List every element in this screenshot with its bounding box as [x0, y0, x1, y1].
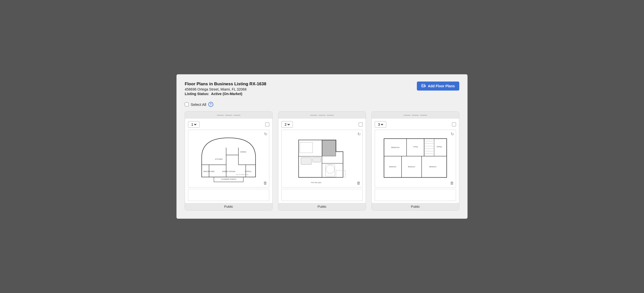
card-footer-label-2: Public [317, 205, 326, 208]
svg-text:DINING: DINING [240, 151, 246, 153]
header-text: Floor Plans in Business Listing RX-1638 … [185, 82, 266, 96]
svg-rect-29 [300, 142, 313, 153]
top-bar-line [327, 115, 334, 116]
order-select-3[interactable]: 12345 [375, 121, 386, 128]
card-footer-label-3: Public [411, 205, 420, 208]
svg-rect-28 [326, 164, 335, 176]
order-dropdown-3[interactable]: 12345 [377, 122, 384, 127]
floor-plan-card-3: 12345 ↻ [371, 111, 459, 210]
card-description-3[interactable] [375, 189, 456, 201]
svg-text:Dining: Dining [437, 146, 442, 148]
svg-text:Washroom: Washroom [391, 146, 400, 148]
order-dropdown-1[interactable]: 12345 [190, 122, 197, 127]
svg-text:GREAT ROOM: GREAT ROOM [222, 170, 235, 173]
select-all-row: Select All ? [185, 102, 459, 107]
card-footer-3: Public [372, 203, 459, 210]
svg-text:Living: Living [413, 146, 418, 148]
top-bar-line [404, 115, 411, 116]
svg-rect-24 [322, 140, 336, 156]
card-controls-3: 12345 [375, 121, 456, 128]
order-dropdown-2[interactable]: 12345 [284, 122, 291, 127]
trash-icon-3[interactable]: 🗑 [450, 181, 454, 185]
svg-text:MASTER BED: MASTER BED [204, 171, 215, 172]
select-all-checkbox[interactable] [185, 102, 189, 106]
top-bar-line [318, 115, 326, 116]
card-inner-1: 12345 ↻ [185, 119, 272, 201]
listing-status: Listing Status: Active (On-Market) [185, 92, 266, 96]
address: 458696 Ortega Street, Miami, FL 32068 [185, 87, 266, 91]
add-floor-plans-button[interactable]: Add Floor Plans [417, 82, 459, 91]
svg-rect-32 [384, 138, 447, 177]
card-inner-3: 12345 ↻ [372, 119, 459, 201]
top-bar-line [225, 115, 232, 116]
svg-text:Bedroom: Bedroom [408, 166, 415, 168]
top-bar-line [420, 115, 427, 116]
svg-rect-26 [313, 157, 321, 162]
card-footer-1: Public [185, 203, 272, 210]
svg-text:Bedroom: Bedroom [429, 166, 437, 168]
svg-text:COVERED PORCH: COVERED PORCH [221, 178, 236, 180]
refresh-icon-3[interactable]: ↻ [451, 132, 454, 136]
card-checkbox-2[interactable] [359, 122, 363, 126]
floor-plan-card-1: 12345 ↻ [185, 111, 273, 210]
refresh-icon-2[interactable]: ↻ [357, 132, 361, 136]
listing-status-value: Active (On-Market) [211, 92, 242, 96]
top-bar-line [217, 115, 224, 116]
trash-icon-2[interactable]: 🗑 [357, 181, 361, 185]
svg-rect-31 [336, 170, 345, 177]
svg-point-27 [326, 165, 335, 173]
svg-text:First floor plan: First floor plan [311, 182, 321, 184]
card-controls-1: 12345 [188, 121, 269, 128]
card-checkbox-3[interactable] [452, 122, 456, 126]
cards-row: 12345 ↻ [185, 111, 459, 210]
card-description-1[interactable] [188, 189, 269, 201]
select-all-label: Select All [191, 102, 206, 107]
floor-plan-image-1: ↻ MASTER B [188, 130, 269, 187]
order-select-1[interactable]: 12345 [188, 121, 200, 128]
main-window: Floor Plans in Business Listing RX-1638 … [176, 74, 468, 219]
add-button-label: Add Floor Plans [428, 84, 455, 88]
card-controls-2: 12345 [281, 121, 363, 128]
refresh-icon-1[interactable]: ↻ [264, 132, 267, 136]
card-checkbox-1[interactable] [265, 122, 269, 126]
card-top-bar-3 [372, 112, 459, 119]
top-bar-line [412, 115, 419, 116]
card-top-bar-2 [278, 112, 366, 119]
floor-plan-image-3: ↻ [375, 130, 456, 187]
svg-text:KITCHEN: KITCHEN [215, 158, 223, 160]
svg-rect-25 [301, 157, 311, 164]
trash-icon-1[interactable]: 🗑 [263, 181, 267, 185]
listing-status-label: Listing Status: [185, 92, 209, 96]
top-bar-line [310, 115, 317, 116]
svg-text:PORCH: PORCH [245, 171, 251, 172]
floor-plan-image-2: ↻ [281, 130, 363, 187]
card-footer-2: Public [278, 203, 366, 210]
image-plus-icon [421, 84, 426, 88]
card-inner-2: 12345 ↻ [278, 119, 366, 201]
page-title: Floor Plans in Business Listing RX-1638 [185, 82, 266, 87]
header: Floor Plans in Business Listing RX-1638 … [185, 82, 459, 96]
top-bar-line [233, 115, 240, 116]
help-icon[interactable]: ? [208, 102, 213, 107]
svg-text:Bedroom: Bedroom [389, 166, 397, 168]
svg-text:1ST FLOOR PLAN: 1ST FLOOR PLAN [236, 174, 248, 175]
card-description-2[interactable] [281, 189, 363, 201]
order-select-2[interactable]: 12345 [281, 121, 293, 128]
card-footer-label-1: Public [224, 205, 233, 208]
floor-plan-card-2: 12345 ↻ [278, 111, 366, 210]
svg-rect-38 [424, 138, 434, 156]
svg-point-1 [422, 85, 423, 85]
card-top-bar-1 [185, 112, 272, 119]
